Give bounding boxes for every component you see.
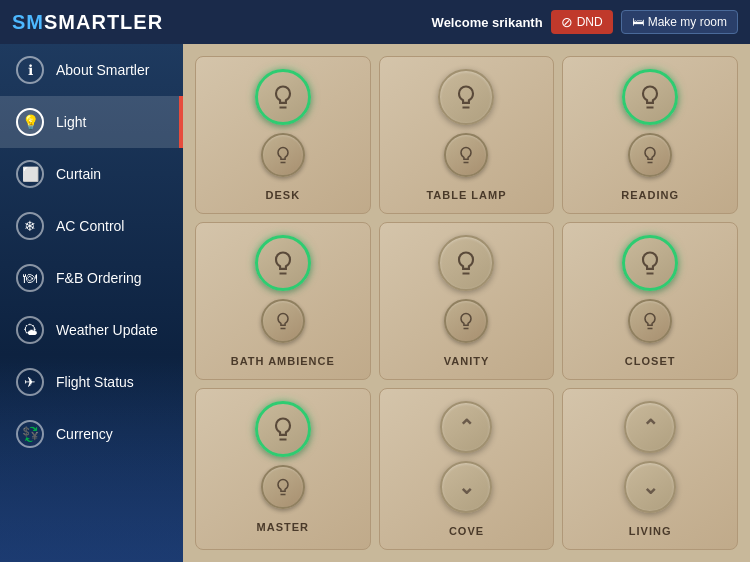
cove-down-button[interactable]: ⌄: [440, 461, 492, 513]
reading-label: READING: [621, 189, 679, 201]
bath-ambience-bottom-button[interactable]: [261, 299, 305, 343]
make-room-button[interactable]: 🛏 Make my room: [621, 10, 738, 34]
sidebar-item-light[interactable]: 💡 Light: [0, 96, 183, 148]
sidebar-label-about: About Smartler: [56, 62, 149, 78]
header-right: Welcome srikanth ⊘ DND 🛏 Make my room: [432, 10, 738, 34]
curtain-icon: ⬜: [16, 160, 44, 188]
sidebar-label-curtain: Curtain: [56, 166, 101, 182]
sidebar-label-weather: Weather Update: [56, 322, 158, 338]
welcome-text: Welcome srikanth: [432, 15, 543, 30]
living-up-button[interactable]: ⌃: [624, 401, 676, 453]
lights-content: DESK TABLE LAMP: [183, 44, 750, 562]
table-lamp-top-button[interactable]: [438, 69, 494, 125]
weather-icon: 🌤: [16, 316, 44, 344]
logo-sm: SM: [12, 11, 44, 33]
bath-ambience-top-button[interactable]: [255, 235, 311, 291]
sidebar: ℹ About Smartler 💡 Light ⬜ Curtain ❄ AC …: [0, 44, 183, 562]
light-card-closet: CLOSET: [562, 222, 738, 380]
table-lamp-bottom-button[interactable]: [444, 133, 488, 177]
light-card-living: ⌃ ⌄ LIVING: [562, 388, 738, 550]
lights-grid: DESK TABLE LAMP: [195, 56, 738, 550]
sidebar-label-fnb: F&B Ordering: [56, 270, 142, 286]
desk-label: DESK: [266, 189, 301, 201]
sidebar-label-light: Light: [56, 114, 86, 130]
closet-label: CLOSET: [625, 355, 676, 367]
sidebar-label-ac: AC Control: [56, 218, 124, 234]
cove-label: COVE: [449, 525, 484, 537]
living-label: LIVING: [629, 525, 672, 537]
reading-bottom-button[interactable]: [628, 133, 672, 177]
main-layout: ℹ About Smartler 💡 Light ⬜ Curtain ❄ AC …: [0, 44, 750, 562]
vanity-label: VANITY: [444, 355, 490, 367]
fnb-icon: 🍽: [16, 264, 44, 292]
vanity-bottom-button[interactable]: [444, 299, 488, 343]
closet-top-button[interactable]: [622, 235, 678, 291]
sidebar-item-currency[interactable]: 💱 Currency: [0, 408, 183, 460]
master-bottom-button[interactable]: [261, 465, 305, 509]
dnd-icon: ⊘: [561, 14, 573, 30]
light-card-table-lamp: TABLE LAMP: [379, 56, 555, 214]
master-top-button[interactable]: [255, 401, 311, 457]
light-card-master: MASTER: [195, 388, 371, 550]
flight-icon: ✈: [16, 368, 44, 396]
light-icon: 💡: [16, 108, 44, 136]
master-label: MASTER: [257, 521, 309, 533]
make-room-label: Make my room: [648, 15, 727, 29]
sidebar-label-currency: Currency: [56, 426, 113, 442]
desk-bottom-button[interactable]: [261, 133, 305, 177]
cove-up-button[interactable]: ⌃: [440, 401, 492, 453]
currency-icon: 💱: [16, 420, 44, 448]
sidebar-item-ac[interactable]: ❄ AC Control: [0, 200, 183, 252]
sidebar-label-flight: Flight Status: [56, 374, 134, 390]
dnd-label: DND: [577, 15, 603, 29]
logo: SMSMARTLER: [12, 11, 163, 34]
bed-icon: 🛏: [632, 15, 644, 29]
logo-text: SMARTLER: [44, 11, 163, 33]
bath-ambience-label: BATH AMBIENCE: [231, 355, 335, 367]
light-card-vanity: VANITY: [379, 222, 555, 380]
light-card-reading: READING: [562, 56, 738, 214]
light-card-desk: DESK: [195, 56, 371, 214]
header: SMSMARTLER Welcome srikanth ⊘ DND 🛏 Make…: [0, 0, 750, 44]
ac-icon: ❄: [16, 212, 44, 240]
light-card-cove: ⌃ ⌄ COVE: [379, 388, 555, 550]
closet-bottom-button[interactable]: [628, 299, 672, 343]
sidebar-item-about[interactable]: ℹ About Smartler: [0, 44, 183, 96]
reading-top-button[interactable]: [622, 69, 678, 125]
vanity-top-button[interactable]: [438, 235, 494, 291]
about-icon: ℹ: [16, 56, 44, 84]
sidebar-item-curtain[interactable]: ⬜ Curtain: [0, 148, 183, 200]
light-card-bath-ambience: BATH AMBIENCE: [195, 222, 371, 380]
sidebar-item-weather[interactable]: 🌤 Weather Update: [0, 304, 183, 356]
desk-top-button[interactable]: [255, 69, 311, 125]
sidebar-item-fnb[interactable]: 🍽 F&B Ordering: [0, 252, 183, 304]
sidebar-item-flight[interactable]: ✈ Flight Status: [0, 356, 183, 408]
table-lamp-label: TABLE LAMP: [426, 189, 506, 201]
dnd-button[interactable]: ⊘ DND: [551, 10, 613, 34]
living-down-button[interactable]: ⌄: [624, 461, 676, 513]
